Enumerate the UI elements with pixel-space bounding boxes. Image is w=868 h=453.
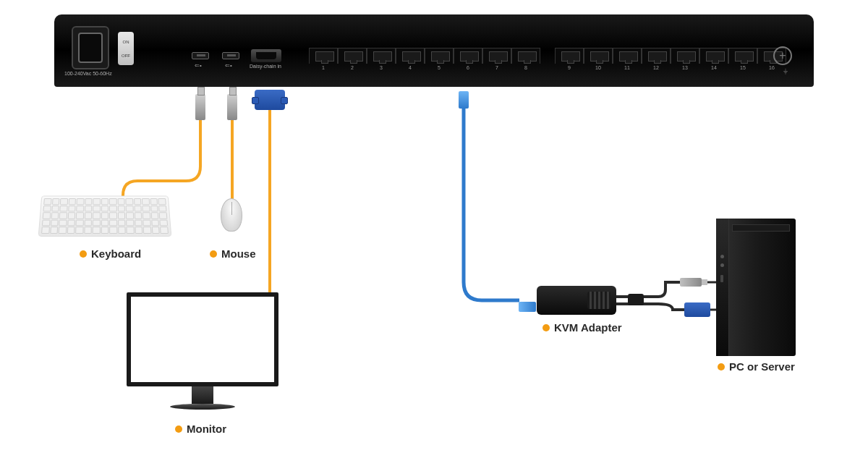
- ground-screw-icon: +: [773, 46, 792, 65]
- port-number: 8: [511, 65, 540, 70]
- monitor-device-icon: [127, 292, 278, 415]
- vga-plug-icon: [684, 302, 710, 317]
- ground-symbol: ⏚: [783, 67, 788, 75]
- kvm-switch: 100-240Vac 50-60Hz ON OFF ⇐• ⇐• Daisy-ch…: [54, 14, 814, 87]
- rj45-port-icon: [309, 48, 338, 64]
- vga-plug-icon: [255, 90, 285, 110]
- adapter-vga-cable: [616, 304, 684, 310]
- port-number: 11: [613, 65, 642, 70]
- rj45-port-icon: [454, 48, 482, 64]
- rj45-port-icon: [396, 48, 425, 64]
- rj45-plug-icon: [459, 91, 469, 109]
- power-socket-icon: [72, 26, 109, 69]
- adapter-usb-cable: [616, 282, 680, 297]
- kvm-adapter-icon: [537, 286, 616, 315]
- rj45-port-icon: [482, 48, 511, 64]
- usb-symbol-2: ⇐•: [225, 62, 232, 69]
- port-number: 5: [425, 65, 454, 70]
- power-label: 100-240Vac 50-60Hz: [64, 71, 112, 76]
- power-toggle: ON OFF: [118, 32, 134, 65]
- rj45-bank-1: [309, 48, 540, 65]
- usb-port-1-icon: [192, 52, 209, 59]
- usb-plug-icon: [680, 278, 702, 287]
- usb-plug-icon: [195, 94, 205, 120]
- rj45-port-icon: [642, 48, 671, 64]
- off-label: OFF: [118, 54, 134, 58]
- mouse-device-icon: [221, 198, 242, 232]
- port-number: 7: [482, 65, 511, 70]
- rj45-port-icon: [338, 48, 367, 64]
- port-number: 15: [728, 65, 757, 70]
- rj45-port-icon: [555, 48, 584, 64]
- rj45-port-icon: [699, 48, 728, 64]
- label-mouse: Mouse: [210, 247, 256, 260]
- rj45-port-icon: [584, 48, 613, 64]
- rj45-plug-icon: [519, 302, 536, 312]
- usb-plug-icon: [227, 94, 237, 120]
- rj45-port-icon: [425, 48, 454, 64]
- port-number: 3: [367, 65, 396, 70]
- on-label: ON: [118, 40, 134, 44]
- vga-port-icon: [251, 49, 281, 62]
- label-adapter: KVM Adapter: [542, 321, 622, 334]
- port-number: 10: [584, 65, 613, 70]
- port-number: 6: [454, 65, 482, 70]
- port-number: 9: [555, 65, 584, 70]
- usb-symbol-1: ⇐•: [195, 62, 202, 69]
- keyboard-cable: [123, 120, 200, 198]
- ferrite-bead-icon: [628, 294, 644, 305]
- label-pc: PC or Server: [718, 360, 795, 373]
- rj45-port-icon: [728, 48, 757, 64]
- daisy-chain-label: Daisy-chain in: [250, 64, 281, 69]
- rj45-bank-2: [555, 48, 786, 65]
- rj45-port-icon: [511, 48, 540, 64]
- pc-tower-icon: [716, 219, 796, 356]
- rj45-port-icon: [671, 48, 699, 64]
- port-number: 14: [699, 65, 728, 70]
- label-keyboard: Keyboard: [80, 247, 141, 260]
- port-number: 2: [338, 65, 367, 70]
- rj45-port-icon: [367, 48, 396, 64]
- port-number: 13: [671, 65, 699, 70]
- port-number: 12: [642, 65, 671, 70]
- rj45-cable: [464, 109, 519, 300]
- rj45-port-icon: [613, 48, 642, 64]
- port-number: 1: [309, 65, 338, 70]
- keyboard-device-icon: [38, 196, 172, 237]
- port-number: 4: [396, 65, 425, 70]
- usb-port-2-icon: [222, 52, 239, 59]
- port-number: 16: [757, 65, 786, 70]
- label-monitor: Monitor: [175, 423, 226, 435]
